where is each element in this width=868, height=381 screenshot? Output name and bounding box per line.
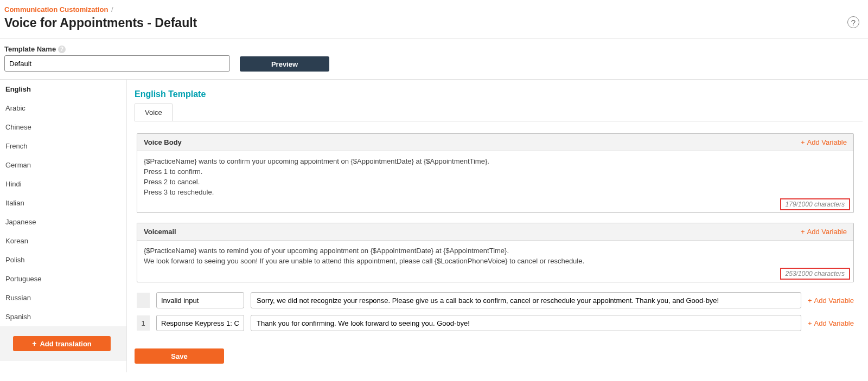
voicemail-title: Voicemail — [144, 228, 176, 236]
template-name-row: Template Name ? Preview — [0, 38, 868, 80]
response-row: + Add Variable — [137, 292, 854, 308]
sidebar-item-arabic[interactable]: Arabic — [0, 99, 126, 118]
sidebar-footer: + Add translation — [0, 326, 126, 361]
breadcrumb: Communication Customization / — [4, 5, 864, 14]
plus-icon: + — [808, 296, 812, 305]
voice-body-title: Voice Body — [144, 138, 182, 146]
plus-icon: + — [801, 228, 805, 236]
scroll-area[interactable]: Voice Body + Add Variable {$PracticeName… — [135, 121, 863, 343]
sidebar-item-chinese[interactable]: Chinese — [0, 118, 126, 137]
main-footer: Save — [135, 343, 863, 372]
breadcrumb-separator: / — [111, 5, 113, 14]
template-name-input[interactable] — [4, 55, 230, 72]
response-add-variable[interactable]: + Add Variable — [808, 319, 854, 327]
add-variable-label: Add Variable — [807, 138, 847, 146]
sidebar-item-polish[interactable]: Polish — [0, 250, 126, 269]
tab-voice[interactable]: Voice — [135, 104, 173, 121]
response-key-box — [137, 293, 150, 308]
main-layout: EnglishArabicChineseFrenchGermanHindiIta… — [0, 80, 868, 372]
voicemail-textarea[interactable]: {$PracticeName} wants to remind you of y… — [137, 241, 853, 282]
plus-icon: + — [32, 339, 36, 348]
response-label-input[interactable] — [156, 315, 244, 331]
main-content: English Template Voice Voice Body + Add … — [127, 80, 868, 372]
response-rows: + Add Variable1+ Add Variable — [137, 292, 854, 331]
sidebar-item-italian[interactable]: Italian — [0, 193, 126, 212]
breadcrumb-parent-link[interactable]: Communication Customization — [4, 5, 108, 14]
voice-body-header: Voice Body + Add Variable — [137, 134, 853, 151]
template-name-label-text: Template Name — [4, 45, 56, 53]
page-title: Voice for Appointments - Default — [4, 16, 864, 30]
sidebar-item-japanese[interactable]: Japanese — [0, 212, 126, 231]
help-tooltip-icon[interactable]: ? — [58, 46, 66, 53]
sidebar-item-russian[interactable]: Russian — [0, 288, 126, 307]
voice-body-textarea[interactable]: {$PracticeName} wants to confirm your up… — [137, 151, 853, 212]
template-name-field: Template Name ? — [4, 45, 230, 72]
plus-icon: + — [801, 138, 805, 146]
section-title: English Template — [135, 89, 863, 99]
language-list: EnglishArabicChineseFrenchGermanHindiIta… — [0, 80, 126, 326]
response-key-box: 1 — [137, 315, 150, 331]
response-add-variable[interactable]: + Add Variable — [808, 296, 854, 305]
sidebar-item-spanish[interactable]: Spanish — [0, 307, 126, 326]
response-text-input[interactable] — [251, 315, 801, 331]
voice-body-add-variable[interactable]: + Add Variable — [801, 138, 847, 146]
add-translation-button[interactable]: + Add translation — [13, 336, 111, 351]
voice-body-editor: Voice Body + Add Variable {$PracticeName… — [137, 133, 854, 213]
sidebar-item-french[interactable]: French — [0, 137, 126, 156]
sidebar-item-hindi[interactable]: Hindi — [0, 175, 126, 193]
help-icon[interactable]: ? — [847, 16, 859, 28]
page-header: Communication Customization / Voice for … — [0, 0, 868, 38]
template-name-label: Template Name ? — [4, 45, 230, 53]
voicemail-add-variable[interactable]: + Add Variable — [801, 228, 847, 236]
sidebar-item-english[interactable]: English — [0, 80, 126, 99]
voice-body-char-count: 179/1000 characters — [780, 198, 850, 210]
sidebar-item-korean[interactable]: Korean — [0, 231, 126, 250]
response-text-input[interactable] — [251, 292, 801, 308]
voicemail-char-count: 253/1000 characters — [780, 268, 850, 280]
preview-button[interactable]: Preview — [240, 56, 329, 72]
save-button[interactable]: Save — [135, 348, 224, 364]
voicemail-editor: Voicemail + Add Variable {$PracticeName}… — [137, 223, 854, 282]
response-row: 1+ Add Variable — [137, 315, 854, 331]
tabs: Voice — [135, 104, 863, 121]
response-label-input[interactable] — [156, 292, 244, 308]
voicemail-header: Voicemail + Add Variable — [137, 223, 853, 241]
sidebar-item-portuguese[interactable]: Portuguese — [0, 269, 126, 288]
plus-icon: + — [808, 319, 812, 327]
sidebar-item-german[interactable]: German — [0, 156, 126, 175]
add-translation-label: Add translation — [40, 340, 91, 348]
language-sidebar: EnglishArabicChineseFrenchGermanHindiIta… — [0, 80, 127, 372]
content-area: Voice Body + Add Variable {$PracticeName… — [135, 121, 856, 343]
add-variable-label: Add Variable — [807, 228, 847, 236]
